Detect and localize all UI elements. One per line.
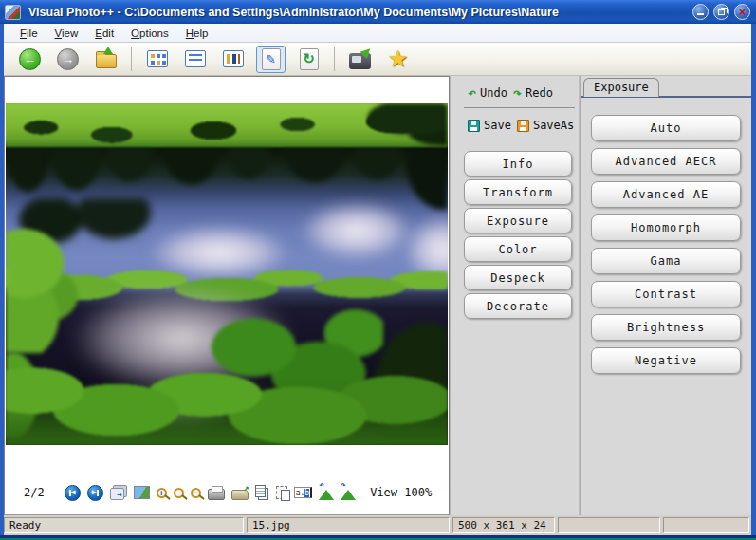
save-icon xyxy=(468,120,480,132)
copy-icon xyxy=(255,485,266,497)
save-label: Save xyxy=(484,119,511,132)
refresh-icon: ↻ xyxy=(303,50,315,67)
export-button[interactable] xyxy=(345,46,375,73)
menubar: File View Edit Options Help xyxy=(4,24,751,43)
edit-sidebar: ↶Undo ↷Redo Save SaveAs Info Transform E… xyxy=(450,76,579,515)
rename-icon: a.b xyxy=(294,487,312,498)
forward-button[interactable]: → xyxy=(53,46,83,73)
redo-button[interactable]: ↷Redo xyxy=(513,86,553,101)
statusbar: Ready 15.jpg 500 x 361 x 24 xyxy=(4,515,751,535)
edit-view-button[interactable]: ✎ xyxy=(256,46,286,73)
save-as-button[interactable]: SaveAs xyxy=(517,119,574,132)
restore-icon xyxy=(718,9,725,15)
exposure-button-list: Auto Advanced AECR Advanced AE Homomorph… xyxy=(591,115,741,374)
last-image-button[interactable]: ▶ xyxy=(87,484,103,501)
photo-nature xyxy=(6,103,448,445)
minimize-button[interactable] xyxy=(692,4,709,20)
app-window: Visual Photo++ - C:\Documents and Settin… xyxy=(0,0,756,540)
viewer-toolbar: 2/2 ◀ ▶ → + − ↗ a.b ↶ ↷ View 100% xyxy=(5,482,449,503)
negative-button[interactable]: Negative xyxy=(591,347,741,374)
first-image-button[interactable]: ◀ xyxy=(65,484,81,501)
menu-file[interactable]: File xyxy=(11,26,46,41)
photo-bottom-grass xyxy=(6,367,448,445)
zoom-actual-icon xyxy=(174,488,184,498)
minimize-icon xyxy=(697,13,704,15)
thumbnail-view-button[interactable] xyxy=(142,46,172,73)
rotate-left-button[interactable]: ↶ xyxy=(319,484,334,501)
slideshow-button[interactable]: → xyxy=(110,484,127,501)
save-row: Save SaveAs xyxy=(451,114,579,137)
status-dimensions: 500 x 361 x 24 xyxy=(452,517,555,533)
photo-top-trees xyxy=(334,103,448,149)
folder-up-button[interactable] xyxy=(91,46,120,73)
print-button[interactable] xyxy=(208,484,225,501)
save-button[interactable]: Save xyxy=(468,119,511,132)
rotate-right-button[interactable]: ↷ xyxy=(341,484,356,501)
window-title: Visual Photo++ - C:\Documents and Settin… xyxy=(28,6,692,19)
scan-button[interactable]: ↗ xyxy=(231,484,249,501)
edit-view-icon: ✎ xyxy=(262,48,281,70)
advanced-aecr-button[interactable]: Advanced AECR xyxy=(591,148,741,175)
homomorph-button[interactable]: Homomorph xyxy=(591,214,741,241)
restore-button[interactable] xyxy=(713,4,729,20)
content-area: 2/2 ◀ ▶ → + − ↗ a.b ↶ ↷ View 100% xyxy=(4,76,751,515)
transform-button[interactable]: Transform xyxy=(464,179,572,205)
zoom-out-button[interactable]: − xyxy=(191,484,201,501)
menu-help[interactable]: Help xyxy=(177,26,217,41)
tab-exposure[interactable]: Exposure xyxy=(583,78,659,97)
zoom-in-button[interactable]: + xyxy=(157,484,167,501)
next-icon: ▶ xyxy=(87,485,103,501)
folder-up-icon xyxy=(96,54,117,68)
despeck-button[interactable]: Despeck xyxy=(464,265,572,290)
rename-button[interactable]: a.b xyxy=(294,484,312,501)
advanced-ae-button[interactable]: Advanced AE xyxy=(591,181,741,208)
undo-icon: ↶ xyxy=(468,86,476,101)
image-canvas: 2/2 ◀ ▶ → + − ↗ a.b ↶ ↷ View 100% xyxy=(4,76,450,515)
close-button[interactable]: × xyxy=(734,4,750,20)
window-body: File View Edit Options Help ← → ✎ ↻ ★ xyxy=(4,24,751,535)
status-message: Ready xyxy=(4,517,244,533)
zoom-actual-button[interactable] xyxy=(174,484,184,501)
refresh-page-icon: ↻ xyxy=(300,48,319,70)
fit-window-button[interactable] xyxy=(134,484,150,501)
rotate-left-icon: ↶ xyxy=(319,490,334,500)
exposure-panel: Exposure Auto Advanced AECR Advanced AE … xyxy=(581,76,751,515)
star-icon: ★ xyxy=(388,47,409,70)
rotate-right-icon: ↷ xyxy=(341,490,356,500)
brightness-button[interactable]: Brightness xyxy=(591,314,741,341)
printer-icon xyxy=(208,489,225,500)
save-as-label: SaveAs xyxy=(533,119,574,132)
auto-button[interactable]: Auto xyxy=(591,115,741,141)
main-toolbar: ← → ✎ ↻ ★ xyxy=(4,43,751,76)
app-icon xyxy=(5,5,21,20)
exposure-button[interactable]: Exposure xyxy=(464,208,572,233)
undo-button[interactable]: ↶Undo xyxy=(468,86,507,101)
refresh-button[interactable]: ↻ xyxy=(294,46,323,73)
decorate-button[interactable]: Decorate xyxy=(464,293,572,319)
photo-cloud xyxy=(300,201,414,260)
detail-view-icon xyxy=(223,50,244,67)
pencil-icon: ✎ xyxy=(266,52,276,66)
forward-icon: → xyxy=(57,48,79,70)
color-button[interactable]: Color xyxy=(464,236,572,262)
save-as-icon xyxy=(517,120,529,132)
back-button[interactable]: ← xyxy=(15,46,45,73)
zoom-in-icon: + xyxy=(157,488,167,498)
copy-button[interactable] xyxy=(255,484,269,501)
divider xyxy=(464,107,575,108)
redo-label: Redo xyxy=(526,86,553,100)
contrast-button[interactable]: Contrast xyxy=(591,281,741,307)
previous-icon: ◀ xyxy=(65,485,81,501)
menu-edit[interactable]: Edit xyxy=(86,26,122,41)
favorites-button[interactable]: ★ xyxy=(383,46,413,73)
window-controls: × xyxy=(692,4,750,20)
zoom-level-label: View 100% xyxy=(370,486,432,499)
paste-button[interactable] xyxy=(276,484,287,501)
menu-options[interactable]: Options xyxy=(122,26,177,41)
detail-view-button[interactable] xyxy=(218,46,248,73)
list-view-icon xyxy=(185,50,206,67)
info-button[interactable]: Info xyxy=(464,151,572,177)
menu-view[interactable]: View xyxy=(46,26,87,41)
gama-button[interactable]: Gama xyxy=(591,248,741,274)
list-view-button[interactable] xyxy=(180,46,210,73)
